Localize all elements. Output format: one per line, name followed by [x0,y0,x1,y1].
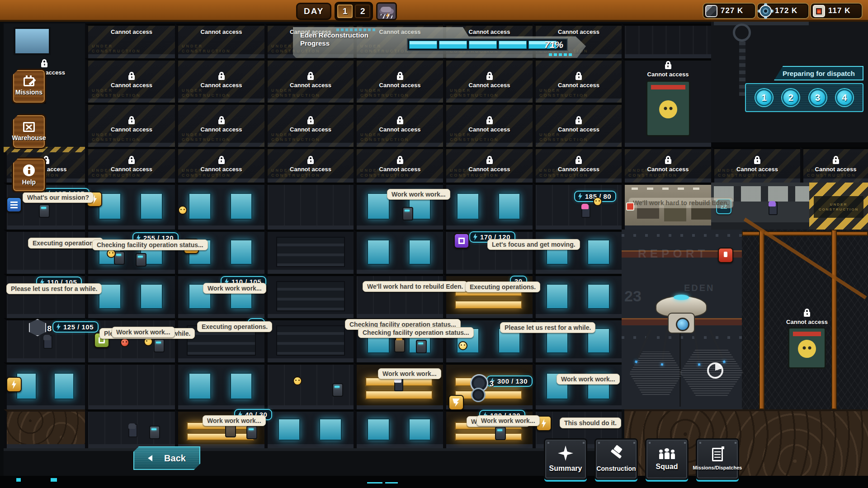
girl-white-character [394,378,403,391]
speech-bubble: Work work work... [203,283,266,294]
speech-bubble: Work work work... [112,327,175,338]
girl-character [128,424,137,437]
facility-mode-icon[interactable] [6,197,22,212]
resource-parts: 172 K [758,4,808,18]
help-button[interactable]: Help [12,157,46,192]
speech-bubble: Work work work... [203,415,266,426]
day-tab-2[interactable]: 2 [355,5,370,18]
crate-count: 8 [29,319,46,336]
day-tab-1[interactable]: 1 [337,5,353,18]
back-arrow-icon [148,455,152,461]
power-icon[interactable] [6,377,22,392]
robot-character [495,427,506,440]
construction-button[interactable]: Construction [594,438,638,480]
robot-character [332,383,343,397]
help-icon [23,164,35,176]
alert-icon[interactable] [718,248,733,263]
overlays: 185 / 105185 / 80255 / 120170 / 120110 /… [0,0,868,488]
dispatch-slot-4[interactable]: 4 [836,89,853,106]
capacity-badge: 125 / 105 [52,321,99,333]
girl-purple-character [769,202,778,215]
speech-bubble: We'll work hard to rebuild Eden. [363,281,467,292]
top-bar: DAY 1 2 727 K 172 K 117 K [0,0,868,22]
robot-character [416,340,427,353]
wink-emote-icon [593,197,602,206]
missions-dispatches-button[interactable]: Missions/Dispatches [696,438,739,480]
summary-button[interactable]: Summary [544,438,587,480]
summary-icon [558,446,573,461]
robot-character [149,426,160,439]
squad-icon [659,447,675,459]
bolt-icon [578,193,583,200]
weather-storm-icon[interactable] [376,2,397,20]
speech-bubble: This should do it. [560,418,621,428]
speech-bubble: Please let us rest for a while. [6,283,102,294]
missions-icon [24,77,34,86]
day-label: DAY [296,3,331,20]
back-button[interactable]: Back [133,446,200,470]
construction-icon [609,446,624,461]
resource-ore: 727 K [703,4,755,18]
missions-dispatches-icon [712,448,723,461]
speech-bubble: Checking facility operation status... [358,327,474,338]
robot-character [136,253,146,267]
smile-emote-icon [107,249,116,258]
scroll-indicator[interactable] [367,482,382,483]
speech-bubble: Let's focus and get moving. [487,239,580,250]
scroll-indicator[interactable] [385,482,398,483]
resource-fuel-value: 117 K [828,6,850,15]
speech-bubble: Work work work... [378,368,441,379]
speech-bubble: What's our mission? [23,192,94,203]
girl-pink-character [581,204,590,218]
resource-fuel: 117 K [811,4,862,18]
game-screen: Cannot accessUNDERCONSTRUCTIONCannot acc… [0,0,868,488]
day-selector: 1 2 [335,2,373,21]
warehouse-icon [23,122,35,132]
robot-character [246,426,257,439]
module-icon[interactable] [454,233,469,249]
dispatch-slot-3[interactable]: 3 [809,89,826,106]
smile-emote-icon [178,206,187,215]
robot-character [402,207,413,221]
girl-character [43,335,52,349]
speech-bubble: Work work work... [387,189,450,200]
speech-bubble: Executing operations. [465,282,540,292]
resource-ore-value: 727 K [721,6,743,15]
speech-bubble: Executing operations. [197,321,272,332]
ventilation-icon[interactable] [448,395,464,410]
speech-bubble: Work work work... [557,374,620,385]
warehouse-button[interactable]: Warehouse [12,114,46,149]
day-widget: DAY 1 2 [296,2,397,21]
smile-emote-icon [293,376,302,385]
dispatch-banner: Preparing for dispatch [774,66,863,80]
bulb-emote-icon [458,341,467,350]
red-emote-icon [120,338,129,347]
gear-icon [760,5,772,17]
resource-parts-value: 172 K [775,6,797,15]
speech-bubble: Please let us rest for a while. [500,322,595,333]
fuel-icon [813,5,825,17]
speech-bubble: Checking facility operation status... [92,239,208,250]
speech-bubble: We'll work hard to rebuild Eden. [628,197,733,208]
robot-character [39,204,50,218]
bolt-icon [473,234,478,241]
dispatch-slot-1[interactable]: 1 [755,89,773,106]
gear-count: 3 [470,374,488,392]
dispatch-panel: 1 2 3 4 [745,83,863,112]
squad-button[interactable]: Squad [645,438,689,480]
bolt-icon [56,324,61,331]
dispatch-slot-2[interactable]: 2 [782,89,799,106]
robot-character [154,339,165,352]
speech-bubble: Work work work... [476,415,540,426]
missions-button[interactable]: Missions [12,69,46,104]
ore-icon [705,5,717,17]
worker-character [394,339,405,352]
